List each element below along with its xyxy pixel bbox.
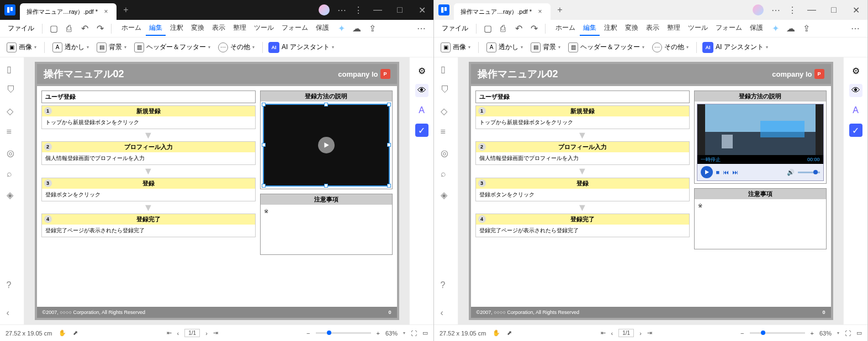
background-tool[interactable]: ▤背景▾ bbox=[528, 40, 563, 55]
tab-home[interactable]: ホーム bbox=[118, 21, 145, 36]
close-button[interactable]: ✕ bbox=[849, 3, 863, 17]
other-tool[interactable]: ⋯その他▾ bbox=[650, 40, 691, 55]
collapse-icon[interactable]: ‹ bbox=[7, 308, 18, 319]
check-icon[interactable]: ✓ bbox=[849, 124, 862, 137]
window-more-icon[interactable]: ⋮ bbox=[788, 5, 797, 15]
layers-icon[interactable]: ◈ bbox=[7, 190, 18, 201]
help-icon[interactable]: ? bbox=[441, 280, 452, 291]
fit-icon[interactable]: ⛶ bbox=[411, 330, 417, 337]
maximize-button[interactable]: □ bbox=[393, 3, 407, 17]
bulb-icon[interactable]: ✦ bbox=[769, 22, 782, 35]
video-object-selected[interactable] bbox=[263, 104, 390, 187]
prev-button[interactable]: ⏮ bbox=[723, 169, 729, 175]
print-icon[interactable]: ⎙ bbox=[496, 22, 510, 35]
minimize-button[interactable]: — bbox=[371, 3, 385, 17]
redo-icon[interactable]: ↷ bbox=[527, 22, 541, 35]
read-mode-icon[interactable]: ▭ bbox=[856, 329, 862, 337]
other-tool[interactable]: ⋯その他▾ bbox=[216, 40, 257, 55]
document-canvas[interactable]: 操作マニュアル02company loP ユーザ登録 1新規登録トップから新規登… bbox=[458, 57, 843, 324]
cloud-icon[interactable]: ☁ bbox=[784, 22, 797, 35]
menu-file[interactable]: ファイル bbox=[4, 22, 38, 35]
next-page-icon[interactable]: › bbox=[205, 330, 208, 337]
zoom-out-icon[interactable]: − bbox=[740, 330, 744, 337]
tab-tools[interactable]: ツール bbox=[685, 21, 711, 36]
undo-icon[interactable]: ↶ bbox=[78, 22, 91, 35]
comment-icon[interactable]: ◇ bbox=[441, 106, 452, 117]
tab-organize[interactable]: 整理 bbox=[664, 21, 684, 36]
tab-edit[interactable]: 編集 bbox=[580, 21, 600, 36]
volume-icon[interactable]: 🔊 bbox=[787, 169, 795, 176]
window-menu-icon[interactable]: ⋯ bbox=[771, 5, 780, 15]
zoom-in-icon[interactable]: + bbox=[811, 330, 814, 337]
thumbnails-icon[interactable]: ▯ bbox=[441, 64, 452, 75]
tab-annotate[interactable]: 注釈 bbox=[167, 21, 187, 36]
last-page-icon[interactable]: ⇥ bbox=[213, 329, 218, 337]
avatar[interactable] bbox=[753, 4, 764, 15]
list-icon[interactable]: ≡ bbox=[441, 127, 452, 138]
image-tool[interactable]: ▣画像▾ bbox=[4, 40, 39, 55]
collapse-icon[interactable]: ‹ bbox=[441, 308, 452, 319]
search-icon[interactable]: ⌕ bbox=[7, 169, 18, 180]
zoom-out-icon[interactable]: − bbox=[306, 330, 310, 337]
tab-tools[interactable]: ツール bbox=[251, 21, 277, 36]
tab-edit[interactable]: 編集 bbox=[146, 21, 166, 36]
document-canvas[interactable]: 操作マニュアル02company loP ユーザ登録 1新規登録トップから新規登… bbox=[24, 57, 409, 324]
stop-button[interactable]: ■ bbox=[716, 169, 720, 175]
select-tool-icon[interactable]: ⬈ bbox=[73, 329, 78, 337]
tab-form[interactable]: フォーム bbox=[278, 21, 311, 36]
close-tab-icon[interactable]: × bbox=[536, 8, 544, 15]
menu-overflow-icon[interactable]: ⋯ bbox=[848, 23, 863, 34]
watermark-tool[interactable]: A透かし▾ bbox=[50, 40, 91, 55]
menu-file[interactable]: ファイル bbox=[438, 22, 472, 35]
first-page-icon[interactable]: ⇤ bbox=[601, 329, 606, 337]
chat-icon[interactable]: 👁 bbox=[415, 84, 428, 97]
help-icon[interactable]: ? bbox=[7, 280, 18, 291]
document-tab[interactable]: 操作マニュア…ray）.pdf * × bbox=[454, 3, 551, 20]
last-page-icon[interactable]: ⇥ bbox=[647, 329, 652, 337]
tab-view[interactable]: 表示 bbox=[643, 21, 663, 36]
bookmark-icon[interactable]: ⛉ bbox=[7, 85, 18, 96]
chat-icon[interactable]: 👁 bbox=[849, 84, 862, 97]
headerfooter-tool[interactable]: ▥ヘッダー＆フッター▾ bbox=[566, 40, 647, 55]
close-tab-icon[interactable]: × bbox=[102, 8, 110, 15]
thumbnails-icon[interactable]: ▯ bbox=[7, 64, 18, 75]
tab-form[interactable]: フォーム bbox=[712, 21, 745, 36]
play-button[interactable] bbox=[701, 166, 713, 178]
layers-icon[interactable]: ◈ bbox=[441, 190, 452, 201]
tab-protect[interactable]: 保護 bbox=[747, 21, 766, 36]
first-page-icon[interactable]: ⇤ bbox=[167, 329, 172, 337]
volume-slider[interactable] bbox=[798, 172, 820, 173]
watermark-tool[interactable]: A透かし▾ bbox=[484, 40, 525, 55]
new-tab-button[interactable]: + bbox=[553, 3, 567, 17]
print-icon[interactable]: ⎙ bbox=[62, 22, 76, 35]
tab-convert[interactable]: 変換 bbox=[188, 21, 208, 36]
comment-icon[interactable]: ◇ bbox=[7, 106, 18, 117]
avatar[interactable] bbox=[319, 4, 330, 15]
menu-overflow-icon[interactable]: ⋯ bbox=[414, 23, 429, 34]
close-button[interactable]: ✕ bbox=[415, 3, 429, 17]
a-icon[interactable]: A bbox=[849, 104, 862, 117]
play-icon[interactable] bbox=[318, 137, 335, 153]
cloud-icon[interactable]: ☁ bbox=[350, 22, 363, 35]
headerfooter-tool[interactable]: ▥ヘッダー＆フッター▾ bbox=[132, 40, 213, 55]
tab-view[interactable]: 表示 bbox=[209, 21, 229, 36]
open-icon[interactable]: ▢ bbox=[47, 22, 60, 35]
prev-page-icon[interactable]: ‹ bbox=[177, 330, 179, 337]
select-tool-icon[interactable]: ⬈ bbox=[507, 329, 512, 337]
background-tool[interactable]: ▤背景▾ bbox=[94, 40, 129, 55]
window-more-icon[interactable]: ⋮ bbox=[354, 5, 363, 15]
tab-annotate[interactable]: 注釈 bbox=[601, 21, 621, 36]
undo-icon[interactable]: ↶ bbox=[512, 22, 525, 35]
minimize-button[interactable]: — bbox=[805, 3, 819, 17]
share-icon[interactable]: ⇪ bbox=[366, 22, 379, 35]
tab-organize[interactable]: 整理 bbox=[230, 21, 250, 36]
list-icon[interactable]: ≡ bbox=[7, 127, 18, 138]
new-tab-button[interactable]: + bbox=[119, 3, 133, 17]
attachment-icon[interactable]: ◎ bbox=[441, 148, 452, 159]
bulb-icon[interactable]: ✦ bbox=[335, 22, 348, 35]
bookmark-icon[interactable]: ⛉ bbox=[441, 85, 452, 96]
tab-convert[interactable]: 変換 bbox=[622, 21, 642, 36]
prev-page-icon[interactable]: ‹ bbox=[611, 330, 613, 337]
share-icon[interactable]: ⇪ bbox=[800, 22, 813, 35]
ai-assistant-button[interactable]: AIAI アシスタント▾ bbox=[702, 42, 768, 53]
